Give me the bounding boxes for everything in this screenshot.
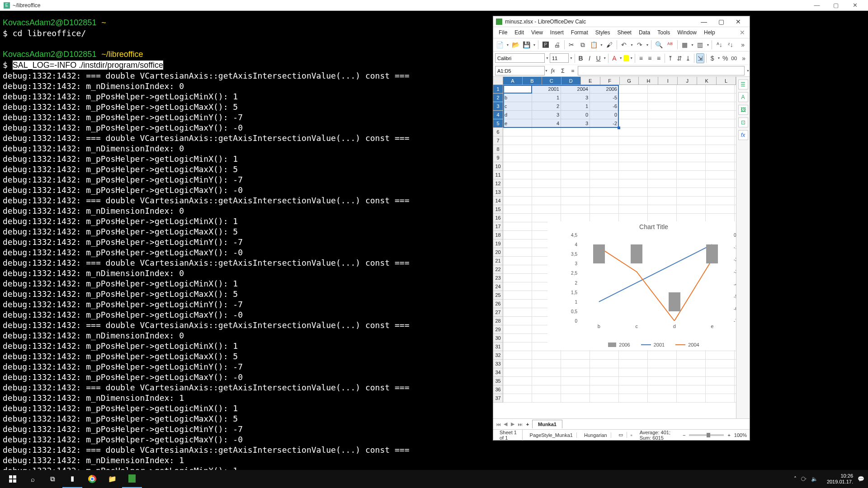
row-header-11[interactable]: 11 bbox=[493, 171, 503, 179]
zoom-value[interactable]: 100% bbox=[734, 432, 747, 438]
row-header-31[interactable]: 31 bbox=[493, 343, 503, 351]
lo-close-button[interactable]: ✕ bbox=[730, 17, 747, 27]
tab-last-button[interactable]: ⏭ bbox=[517, 422, 523, 427]
sidebar-properties-icon[interactable]: ☰ bbox=[738, 80, 748, 89]
name-box[interactable] bbox=[495, 66, 545, 75]
tab-prev-button[interactable]: ◀ bbox=[502, 421, 509, 427]
cell[interactable]: 3 bbox=[532, 111, 561, 119]
tab-first-button[interactable]: ⏮ bbox=[495, 422, 501, 427]
new-doc-button[interactable]: 📄 bbox=[495, 40, 505, 50]
cell[interactable]: 2 bbox=[532, 102, 561, 111]
col-header-C[interactable]: C bbox=[542, 77, 561, 84]
row-header-9[interactable]: 9 bbox=[493, 154, 503, 162]
tray-overflow-icon[interactable]: ˄ bbox=[794, 476, 797, 482]
menu-view[interactable]: View bbox=[528, 28, 547, 37]
col-header-F[interactable]: F bbox=[600, 77, 620, 84]
status-language[interactable]: Hungarian bbox=[580, 432, 611, 438]
terminal-max-button[interactable]: ▢ bbox=[826, 0, 845, 10]
sidebar-styles-icon[interactable]: A bbox=[738, 92, 748, 102]
taskbar-calc-icon[interactable] bbox=[122, 470, 142, 488]
row-header-23[interactable]: 23 bbox=[493, 274, 503, 282]
spellcheck-button[interactable]: ᴬᴮ bbox=[665, 40, 675, 50]
cell[interactable]: 3 bbox=[561, 119, 590, 128]
row-header-6[interactable]: 6 bbox=[493, 128, 503, 136]
menu-format[interactable]: Format bbox=[567, 28, 592, 37]
row-header-34[interactable]: 34 bbox=[493, 368, 503, 377]
font-name-input[interactable] bbox=[495, 53, 545, 63]
sidebar-navigator-icon[interactable]: ⊡ bbox=[738, 117, 748, 127]
row-header-2[interactable]: 2 bbox=[493, 94, 503, 102]
cell[interactable]: -2 bbox=[590, 119, 619, 128]
lo-titlebar[interactable]: minusz.xlsx - LibreOfficeDev Calc — ▢ ✕ bbox=[493, 16, 750, 27]
row-header-14[interactable]: 14 bbox=[493, 197, 503, 205]
start-button[interactable] bbox=[3, 470, 23, 488]
col-header-H[interactable]: H bbox=[639, 77, 658, 84]
col-header-A[interactable]: A bbox=[503, 77, 523, 84]
spreadsheet-grid[interactable]: ABCDEFGHIJKL 123456789101112131415161718… bbox=[493, 77, 736, 418]
number-button[interactable]: 00 bbox=[730, 53, 738, 63]
align-right-button[interactable]: ≡ bbox=[655, 53, 663, 63]
row-header-37[interactable]: 37 bbox=[493, 394, 503, 403]
font-size-input[interactable] bbox=[550, 53, 569, 63]
select-all-corner[interactable] bbox=[493, 77, 503, 85]
terminal-min-button[interactable]: — bbox=[807, 0, 826, 10]
cut-button[interactable]: ✂ bbox=[567, 40, 577, 50]
row-header-18[interactable]: 18 bbox=[493, 231, 503, 239]
row-header-27[interactable]: 27 bbox=[493, 308, 503, 317]
toolbar-overflow-button[interactable]: » bbox=[738, 40, 748, 50]
italic-button[interactable]: I bbox=[585, 53, 594, 63]
column-headers[interactable]: ABCDEFGHIJKL bbox=[503, 77, 736, 85]
menu-data[interactable]: Data bbox=[635, 28, 654, 37]
row-button[interactable]: ▦ bbox=[680, 40, 690, 50]
menu-sheet[interactable]: Sheet bbox=[614, 28, 635, 37]
close-document-button[interactable]: ✕ bbox=[737, 29, 748, 36]
align-center-button[interactable]: ≡ bbox=[646, 53, 654, 63]
row-header-4[interactable]: 4 bbox=[493, 111, 503, 119]
terminal-titlebar[interactable]: E ~/libreoffice — ▢ ✕ bbox=[0, 0, 868, 11]
cell[interactable]: 1 bbox=[532, 94, 561, 102]
cell[interactable]: -5 bbox=[590, 94, 619, 102]
lo-max-button[interactable]: ▢ bbox=[712, 17, 730, 27]
lo-sidebar[interactable]: ☰ A 🖼 ⊡ fx bbox=[736, 77, 750, 418]
cell[interactable]: 0 bbox=[590, 111, 619, 119]
row-header-8[interactable]: 8 bbox=[493, 145, 503, 154]
zoom-out-button[interactable]: − bbox=[683, 432, 685, 438]
row-header-20[interactable]: 20 bbox=[493, 248, 503, 257]
menu-tools[interactable]: Tools bbox=[654, 28, 674, 37]
fill-handle[interactable] bbox=[618, 127, 620, 129]
sort-asc-button[interactable]: ᴬ↓ bbox=[714, 40, 724, 50]
cell[interactable]: 2004 bbox=[561, 85, 590, 94]
sort-desc-button[interactable]: ᶻ↓ bbox=[726, 40, 736, 50]
wrap-text-button[interactable]: ⇲ bbox=[696, 53, 704, 63]
col-header-L[interactable]: L bbox=[717, 77, 736, 84]
menu-insert[interactable]: Insert bbox=[547, 28, 567, 37]
lo-min-button[interactable]: — bbox=[695, 17, 712, 27]
sheet-tab-active[interactable]: Munka1 bbox=[532, 420, 562, 428]
fx-icon[interactable]: fx bbox=[548, 67, 558, 74]
tray-network-icon[interactable]: ⧂ bbox=[801, 476, 807, 482]
underline-button[interactable]: U bbox=[594, 53, 603, 63]
tray-clock[interactable]: 10:26 2019.01.17. bbox=[827, 473, 853, 485]
col-header-G[interactable]: G bbox=[620, 77, 639, 84]
cell[interactable]: d bbox=[503, 111, 532, 119]
cell[interactable]: 4 bbox=[532, 119, 561, 128]
tray-volume-icon[interactable]: 🔈 bbox=[811, 476, 818, 482]
menu-window[interactable]: Window bbox=[674, 28, 700, 37]
row-header-28[interactable]: 28 bbox=[493, 317, 503, 325]
cell[interactable]: -6 bbox=[590, 102, 619, 111]
menu-file[interactable]: File bbox=[495, 28, 511, 37]
col-header-J[interactable]: J bbox=[678, 77, 697, 84]
col-header-K[interactable]: K bbox=[697, 77, 717, 84]
highlight-button[interactable] bbox=[623, 55, 629, 61]
status-summary[interactable]: Average: 401; Sum: 6015 bbox=[640, 430, 679, 441]
row-header-33[interactable]: 33 bbox=[493, 360, 503, 368]
row-header-3[interactable]: 3 bbox=[493, 102, 503, 111]
copy-button[interactable]: ⧉ bbox=[578, 40, 588, 50]
row-header-19[interactable]: 19 bbox=[493, 239, 503, 248]
cell[interactable]: 0 bbox=[561, 111, 590, 119]
row-header-35[interactable]: 35 bbox=[493, 377, 503, 385]
cell[interactable]: 2001 bbox=[532, 85, 561, 94]
undo-button[interactable]: ↶ bbox=[619, 40, 629, 50]
accept-icon[interactable]: = bbox=[568, 68, 578, 74]
notifications-button[interactable]: 💬 bbox=[858, 476, 864, 482]
